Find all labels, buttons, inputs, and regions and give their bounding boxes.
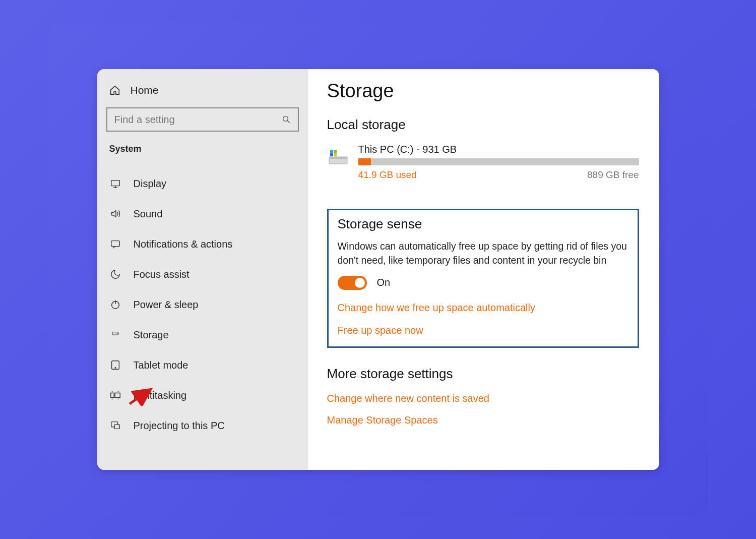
sidebar: Home System Disp bbox=[97, 69, 308, 470]
search-icon bbox=[282, 115, 291, 124]
svg-rect-16 bbox=[330, 153, 333, 156]
drive-used-label: 41.9 GB used bbox=[358, 169, 417, 181]
sidebar-item-label: Sound bbox=[134, 208, 163, 220]
sidebar-item-label: Power & sleep bbox=[134, 299, 199, 311]
sidebar-item-label: Multitasking bbox=[134, 390, 187, 401]
multitasking-icon bbox=[109, 389, 121, 401]
svg-rect-13 bbox=[329, 157, 347, 159]
storage-sense-panel: Storage sense Windows can automatically … bbox=[327, 209, 639, 348]
sidebar-item-storage[interactable]: Storage bbox=[97, 320, 308, 350]
storage-sense-toggle-row: On bbox=[338, 276, 628, 290]
sidebar-item-notifications[interactable]: Notifications & actions bbox=[97, 229, 308, 259]
sidebar-item-sound[interactable]: Sound bbox=[97, 199, 308, 229]
search-box[interactable] bbox=[106, 107, 299, 132]
sidebar-item-tablet-mode[interactable]: Tablet mode bbox=[97, 350, 308, 380]
page-title: Storage bbox=[327, 80, 639, 102]
sidebar-home-button[interactable]: Home bbox=[97, 81, 308, 107]
sidebar-nav-list: Display Sound Notifications & actions bbox=[97, 168, 308, 441]
more-storage-heading: More storage settings bbox=[327, 366, 639, 382]
svg-rect-17 bbox=[334, 153, 337, 156]
sidebar-item-label: Storage bbox=[134, 329, 169, 341]
search-container bbox=[97, 107, 308, 144]
notifications-icon bbox=[109, 238, 121, 250]
drive-meta: 41.9 GB used 889 GB free bbox=[358, 169, 639, 181]
drive-name: This PC (C:) - 931 GB bbox=[358, 144, 639, 155]
search-input[interactable] bbox=[114, 114, 282, 126]
drive-free-label: 889 GB free bbox=[587, 169, 639, 181]
sidebar-item-multitasking[interactable]: Multitasking bbox=[97, 380, 308, 410]
settings-window: Home System Disp bbox=[97, 69, 659, 470]
toggle-knob bbox=[355, 278, 365, 288]
storage-sense-toggle[interactable] bbox=[338, 276, 367, 290]
svg-rect-8 bbox=[110, 393, 113, 397]
change-free-up-link[interactable]: Change how we free up space automaticall… bbox=[338, 302, 628, 314]
sidebar-item-label: Display bbox=[134, 178, 167, 190]
sidebar-item-label: Notifications & actions bbox=[134, 238, 233, 250]
sound-icon bbox=[109, 208, 121, 220]
free-up-now-link[interactable]: Free up space now bbox=[338, 325, 628, 336]
tablet-mode-icon bbox=[109, 359, 121, 371]
change-save-location-link[interactable]: Change where new content is saved bbox=[327, 393, 639, 404]
sidebar-home-label: Home bbox=[131, 84, 159, 96]
display-icon bbox=[109, 177, 121, 190]
drive-usage-bar bbox=[358, 158, 639, 165]
local-storage-heading: Local storage bbox=[327, 117, 639, 133]
storage-sense-description: Windows can automatically free up space … bbox=[338, 239, 628, 268]
sidebar-item-label: Projecting to this PC bbox=[134, 420, 225, 432]
sidebar-item-focus-assist[interactable]: Focus assist bbox=[97, 259, 308, 289]
storage-sense-toggle-label: On bbox=[377, 277, 391, 288]
svg-rect-9 bbox=[115, 393, 120, 397]
storage-sense-heading: Storage sense bbox=[338, 216, 628, 232]
main-content: Storage Local storage This PC (C:) - 931… bbox=[308, 69, 659, 470]
focus-assist-icon bbox=[109, 268, 121, 280]
svg-rect-2 bbox=[111, 241, 119, 247]
sidebar-item-display[interactable]: Display bbox=[97, 168, 308, 199]
drive-body: This PC (C:) - 931 GB 41.9 GB used 889 G… bbox=[358, 144, 639, 181]
screenshot-frame: Home System Disp bbox=[48, 23, 708, 516]
svg-point-0 bbox=[283, 116, 288, 122]
svg-point-5 bbox=[116, 333, 117, 334]
sidebar-item-power-sleep[interactable]: Power & sleep bbox=[97, 289, 308, 320]
drive-usage-bar-fill bbox=[358, 158, 371, 165]
power-icon bbox=[109, 298, 121, 311]
sidebar-item-projecting[interactable]: Projecting to this PC bbox=[97, 410, 308, 441]
storage-icon bbox=[109, 329, 121, 341]
projecting-icon bbox=[109, 420, 121, 432]
svg-rect-1 bbox=[111, 181, 119, 186]
sidebar-item-label: Tablet mode bbox=[134, 360, 188, 371]
more-storage-links: Change where new content is saved Manage… bbox=[327, 393, 639, 426]
sidebar-section-label: System bbox=[97, 144, 308, 168]
manage-storage-spaces-link[interactable]: Manage Storage Spaces bbox=[327, 414, 639, 426]
home-icon bbox=[109, 85, 120, 96]
sidebar-item-label: Focus assist bbox=[134, 269, 190, 280]
svg-point-7 bbox=[115, 368, 115, 368]
svg-rect-14 bbox=[330, 150, 333, 153]
svg-rect-15 bbox=[334, 150, 337, 153]
svg-rect-11 bbox=[114, 425, 119, 429]
drive-icon bbox=[327, 147, 349, 167]
drive-row[interactable]: This PC (C:) - 931 GB 41.9 GB used 889 G… bbox=[327, 144, 639, 181]
